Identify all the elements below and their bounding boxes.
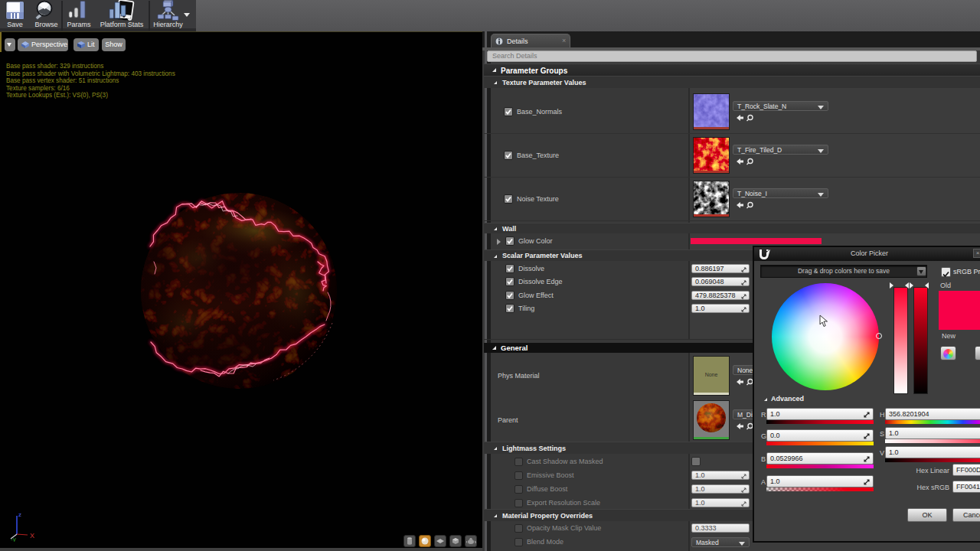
svg-text:X: X <box>30 532 34 540</box>
svg-text:-y: -y <box>11 536 16 542</box>
svg-text:z: z <box>18 511 21 518</box>
